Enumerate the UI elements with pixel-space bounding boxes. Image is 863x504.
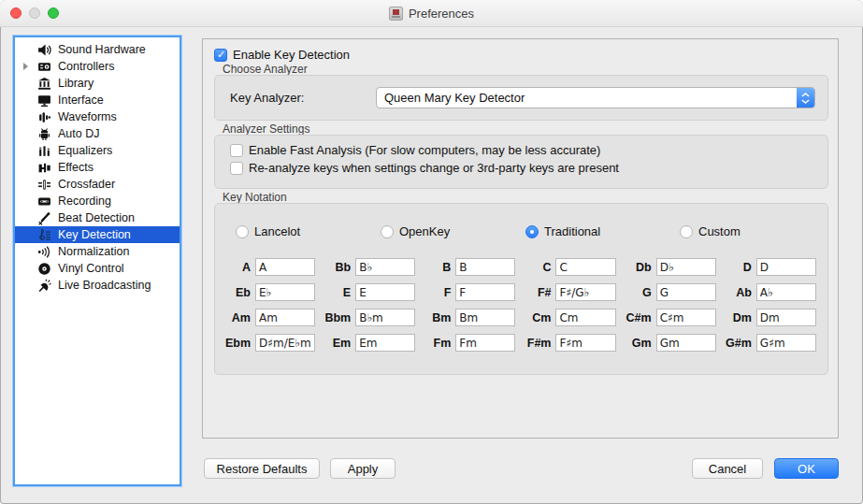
key-input-bm[interactable]: [455, 309, 515, 326]
key-input-bb[interactable]: [355, 258, 415, 276]
radio-lancelot[interactable]: Lancelot: [236, 224, 300, 238]
sidebar-item-label: Auto DJ: [58, 127, 99, 140]
sidebar-item-equalizers[interactable]: Equalizers: [15, 142, 180, 159]
key-input-gm[interactable]: [656, 334, 716, 352]
key-input-eb[interactable]: [255, 283, 315, 301]
key-input-fsharpm[interactable]: [555, 334, 615, 352]
key-input-g[interactable]: [656, 283, 716, 301]
minimize-button: [29, 7, 40, 19]
key-input-bbm[interactable]: [355, 309, 415, 326]
key-label: Ab: [726, 286, 752, 299]
radio-traditional-control[interactable]: [525, 225, 539, 238]
key-cell-db: Db: [626, 258, 716, 276]
radio-openkey[interactable]: OpenKey: [381, 224, 450, 238]
sidebar-item-crossfader[interactable]: Crossfader: [15, 176, 180, 193]
sidebar-item-vinyl-control[interactable]: Vinyl Control: [15, 260, 180, 277]
key-cell-g: G: [626, 283, 716, 301]
key-notation-grid: A Bb B C Db D Eb E F F# G Ab Am Bbm Bm C…: [224, 258, 816, 352]
key-input-a[interactable]: [255, 258, 315, 276]
apply-button[interactable]: Apply: [330, 458, 396, 479]
sidebar-item-auto-dj[interactable]: Auto DJ: [15, 125, 180, 142]
key-label: Em: [324, 337, 351, 350]
key-notation-group-title: Key Notation: [223, 191, 287, 204]
dropdown-stepper-icon[interactable]: [797, 88, 814, 108]
key-cell-csharpm: C#m: [626, 309, 716, 326]
satellite-icon: [37, 279, 51, 293]
window-title: Preferences: [409, 7, 474, 21]
library-icon: [37, 77, 51, 91]
reanalyze-keys-label: Re-analyze keys when settings change or …: [249, 161, 619, 175]
fast-analysis-row[interactable]: Enable Fast Analysis (For slow computers…: [230, 143, 600, 157]
sidebar-item-beat-detection[interactable]: Beat Detection: [15, 209, 180, 226]
key-input-f[interactable]: [455, 283, 515, 301]
key-cell-gm: Gm: [626, 334, 716, 352]
radio-custom-label: Custom: [698, 224, 741, 238]
key-cell-dm: Dm: [726, 309, 816, 326]
sidebar-item-live-broadcasting[interactable]: Live Broadcasting: [15, 277, 180, 294]
key-input-gsharpm[interactable]: [756, 334, 816, 352]
key-input-b[interactable]: [455, 258, 515, 276]
radio-custom[interactable]: Custom: [680, 224, 741, 238]
key-input-em[interactable]: [355, 334, 415, 352]
key-input-c[interactable]: [555, 258, 615, 276]
key-cell-am: Am: [224, 309, 315, 326]
key-label: Am: [224, 311, 251, 324]
choose-analyzer-group-title: Choose Analyzer: [223, 63, 308, 76]
key-label: Ebm: [224, 337, 251, 350]
enable-key-detection-row[interactable]: Enable Key Detection: [214, 48, 350, 62]
music-key-icon: [37, 228, 51, 242]
sidebar-item-interface[interactable]: Interface: [15, 92, 180, 108]
radio-lancelot-control[interactable]: [236, 225, 249, 238]
effects-icon: [37, 161, 51, 175]
radio-traditional[interactable]: Traditional: [525, 224, 600, 238]
enable-key-detection-checkbox[interactable]: [214, 49, 227, 62]
key-input-ebm[interactable]: [255, 334, 315, 352]
key-cell-e: E: [324, 283, 415, 301]
key-analyzer-label: Key Analyzer:: [230, 91, 305, 105]
sidebar-item-label: Recording: [58, 194, 111, 208]
sidebar-item-library[interactable]: Library: [15, 75, 180, 92]
waveform-icon: [37, 110, 51, 124]
key-input-fsharp[interactable]: [555, 283, 615, 301]
analyzer-settings-group-box: Enable Fast Analysis (For slow computers…: [214, 135, 828, 189]
sidebar-item-sound-hardware[interactable]: Sound Hardware: [15, 41, 180, 58]
key-input-cm[interactable]: [555, 309, 615, 326]
key-input-e[interactable]: [355, 283, 415, 301]
key-label: C#m: [626, 311, 652, 324]
traffic-lights: [10, 7, 59, 19]
key-input-d[interactable]: [756, 258, 816, 276]
crossfader-icon: [37, 178, 51, 192]
zoom-button[interactable]: [48, 7, 59, 19]
sidebar-item-normalization[interactable]: Normalization: [15, 243, 180, 260]
reanalyze-keys-row[interactable]: Re-analyze keys when settings change or …: [230, 161, 619, 175]
key-label: Bb: [324, 261, 351, 274]
sidebar-item-label: Key Detection: [58, 228, 131, 241]
key-label: Eb: [224, 286, 251, 299]
key-input-am[interactable]: [255, 309, 315, 326]
key-input-csharpm[interactable]: [656, 309, 716, 326]
cassette-icon: [37, 194, 51, 209]
radio-custom-control[interactable]: [680, 225, 693, 238]
key-input-ab[interactable]: [756, 283, 816, 301]
sidebar-item-effects[interactable]: Effects: [15, 159, 180, 176]
sidebar-item-controllers[interactable]: Controllers: [15, 58, 180, 75]
radio-lancelot-label: Lancelot: [254, 224, 300, 238]
ok-button[interactable]: OK: [774, 458, 839, 479]
key-input-db[interactable]: [656, 258, 716, 276]
close-button[interactable]: [10, 7, 22, 19]
sidebar-item-label: Live Broadcasting: [58, 279, 151, 292]
key-label: D: [726, 261, 752, 274]
sidebar-item-waveforms[interactable]: Waveforms: [15, 108, 180, 125]
key-input-fm[interactable]: [455, 334, 515, 352]
cancel-button[interactable]: Cancel: [692, 458, 763, 479]
restore-defaults-button[interactable]: Restore Defaults: [204, 458, 320, 479]
sidebar-item-recording[interactable]: Recording: [15, 193, 180, 209]
key-analyzer-select[interactable]: Queen Mary Key Detector: [376, 87, 815, 108]
equalizer-icon: [37, 144, 51, 158]
sidebar-item-key-detection[interactable]: Key Detection: [15, 226, 180, 243]
fast-analysis-checkbox[interactable]: [230, 144, 243, 157]
radio-openkey-control[interactable]: [381, 225, 394, 238]
expand-triangle-icon[interactable]: [23, 63, 28, 70]
key-input-dm[interactable]: [756, 309, 816, 326]
reanalyze-keys-checkbox[interactable]: [230, 162, 243, 175]
